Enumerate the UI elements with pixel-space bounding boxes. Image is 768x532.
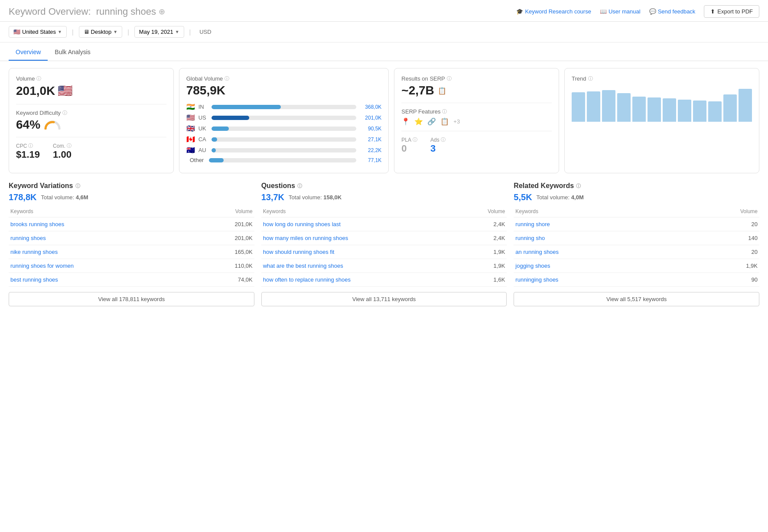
gv-num-au: 22,2K <box>360 147 381 153</box>
info-icon[interactable]: ⓘ <box>36 75 41 82</box>
export-pdf-button[interactable]: ⬆ Export to PDF <box>704 5 759 18</box>
global-volume-card: Global Volume ⓘ 785,9K 🇮🇳 IN 368,0K 🇺🇸 U… <box>179 68 389 173</box>
q-table: Keywords Volume how long do running shoe… <box>261 206 507 287</box>
keyword-link[interactable]: running sho <box>515 235 545 241</box>
volume-cell: 20 <box>683 245 759 259</box>
table-row: best running shoes 74,0K <box>9 273 254 287</box>
volume-cell: 1,9K <box>461 245 507 259</box>
table-row: running shoes for women 110,0K <box>9 259 254 273</box>
keyword-link[interactable]: what are the best running shoes <box>263 263 343 269</box>
keyword-link[interactable]: how long do running shoes last <box>263 221 341 227</box>
info-icon[interactable]: ⓘ <box>225 75 229 82</box>
view-all-q-button[interactable]: View all 13,711 keywords <box>261 292 507 306</box>
trend-bar <box>617 93 631 122</box>
rk-total: Total volume: 4,0M <box>537 194 584 201</box>
keyword-link[interactable]: jogging shoes <box>515 263 550 269</box>
table-row: what are the best running shoes 1,9K <box>261 259 507 273</box>
table-row: running shore 20 <box>514 217 759 231</box>
info-icon[interactable]: ⓘ <box>447 75 452 82</box>
info-icon[interactable]: ⓘ <box>28 143 33 149</box>
trend-chart <box>572 87 752 122</box>
gv-row-au: 🇦🇺 AU 22,2K <box>186 146 382 154</box>
table-row: running sho 140 <box>514 231 759 245</box>
trend-bar <box>632 97 646 122</box>
keyword-link[interactable]: best running shoes <box>10 276 58 283</box>
keyword-link[interactable]: how often to replace running shoes <box>263 276 351 283</box>
trend-bar <box>602 90 615 122</box>
main-content: Volume ⓘ 201,0K 🇺🇸 Keyword Difficulty ⓘ … <box>0 61 768 313</box>
col-keywords: Keywords <box>261 206 461 217</box>
keyword-link[interactable]: brooks running shoes <box>10 221 64 227</box>
keyword-link[interactable]: how many miles on running shoes <box>263 235 348 241</box>
kv-total: Total volume: 4,6M <box>41 194 88 201</box>
chevron-down-icon: ▼ <box>175 29 179 34</box>
info-icon[interactable]: ⓘ <box>441 136 446 143</box>
keyword-link[interactable]: running shoes <box>10 235 46 241</box>
serp-card: Results on SERP ⓘ ~2,7B 📋 SERP Features … <box>394 68 559 173</box>
au-flag: 🇦🇺 <box>186 146 195 154</box>
gv-country-other: Other <box>190 157 205 163</box>
gv-country-ca: CA <box>199 136 208 143</box>
trend-bar <box>723 94 737 122</box>
tab-overview[interactable]: Overview <box>9 44 48 61</box>
pla-value: 0 <box>401 143 417 154</box>
info-icon[interactable]: ⓘ <box>576 183 581 189</box>
keyword-link[interactable]: runninging shoes <box>515 276 558 283</box>
keyword-link[interactable]: how should running shoes fit <box>263 249 335 255</box>
separator: | <box>189 29 191 36</box>
trend-bar <box>708 101 722 122</box>
info-icon[interactable]: ⓘ <box>297 183 302 189</box>
col-keywords: Keywords <box>514 206 683 217</box>
view-all-kv-button[interactable]: View all 178,811 keywords <box>9 292 254 306</box>
col-keywords: Keywords <box>9 206 195 217</box>
country-filter[interactable]: 🇺🇸 United States ▼ <box>9 26 67 38</box>
gv-country-in: IN <box>199 104 208 110</box>
info-icon[interactable]: ⓘ <box>588 75 593 82</box>
gv-bar-ca <box>212 137 357 142</box>
top-bar: Keyword Overview: running shoes ⊕ 🎓 Keyw… <box>0 0 768 22</box>
volume-cell: 74,0K <box>195 273 254 287</box>
view-all-rk-button[interactable]: View all 5,517 keywords <box>514 292 759 306</box>
keyword-link[interactable]: an running shoes <box>515 249 559 255</box>
gv-country-us: US <box>199 114 208 121</box>
user-manual-link[interactable]: 📖 User manual <box>600 8 641 15</box>
keyword-research-course-link[interactable]: 🎓 Keyword Research course <box>516 8 591 15</box>
separator: | <box>127 29 129 36</box>
col-volume: Volume <box>461 206 507 217</box>
info-icon[interactable]: ⓘ <box>413 136 417 143</box>
send-feedback-link[interactable]: 💬 Send feedback <box>649 8 696 15</box>
keyword-link[interactable]: nike running shoes <box>10 249 58 255</box>
table-row: brooks running shoes 201,0K <box>9 217 254 231</box>
date-filter[interactable]: May 19, 2021 ▼ <box>134 26 184 38</box>
gv-bar-uk <box>212 127 357 131</box>
tabs: Overview Bulk Analysis <box>0 44 768 61</box>
q-total: Total volume: 158,0K <box>289 194 342 201</box>
gv-value: 785,9K <box>186 84 382 97</box>
chat-icon: 💬 <box>649 8 656 15</box>
us-flag: 🇺🇸 <box>186 114 195 122</box>
gv-row-ca: 🇨🇦 CA 27,1K <box>186 135 382 143</box>
rk-table: Keywords Volume running shore 20 running… <box>514 206 759 287</box>
add-keyword-icon[interactable]: ⊕ <box>159 7 165 16</box>
volume-cell: 201,0K <box>195 231 254 245</box>
kd-gauge-icon <box>44 120 61 130</box>
clipboard-icon: 📋 <box>440 117 449 126</box>
kv-count: 178,8K <box>9 192 37 202</box>
gv-num-other: 77,1K <box>360 157 381 163</box>
trend-bar <box>693 101 706 122</box>
keyword-link[interactable]: running shore <box>515 221 550 227</box>
us-flag-small: 🇺🇸 <box>58 84 73 98</box>
info-icon[interactable]: ⓘ <box>442 108 447 115</box>
gv-country-au: AU <box>199 147 208 153</box>
gv-label: Global Volume ⓘ <box>186 75 382 82</box>
gv-bar-us <box>212 116 357 120</box>
info-icon[interactable]: ⓘ <box>62 110 67 116</box>
kd-value: 64% <box>16 118 166 132</box>
us-flag: 🇺🇸 <box>13 29 20 35</box>
device-filter[interactable]: 🖥 Desktop ▼ <box>79 26 123 38</box>
keyword-link[interactable]: running shoes for women <box>10 263 74 269</box>
rk-count: 5,5K <box>514 192 532 202</box>
info-icon[interactable]: ⓘ <box>67 143 72 149</box>
tab-bulk-analysis[interactable]: Bulk Analysis <box>48 44 97 61</box>
info-icon[interactable]: ⓘ <box>75 183 80 189</box>
